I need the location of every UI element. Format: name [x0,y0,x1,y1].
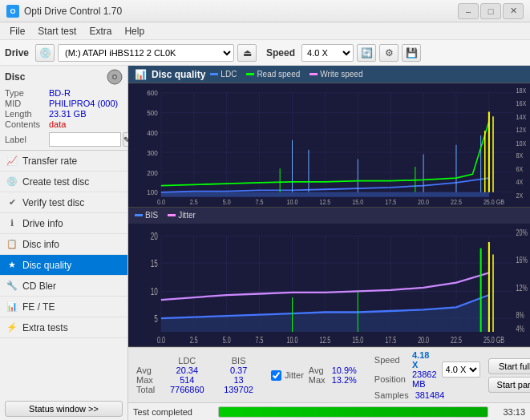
progress-bar-container [218,406,488,418]
top-chart-svg: 600 500 400 300 200 100 18X 16X 14X 12X … [128,83,530,207]
nav-extra-tests[interactable]: ⚡ Extra tests [0,317,127,338]
nav-cd-bler[interactable]: 🔧 CD Bler [0,276,127,297]
chart-icon: 📊 [135,69,147,80]
svg-text:0.0: 0.0 [157,199,165,207]
nav-disc-quality[interactable]: ★ Disc quality [0,255,127,276]
svg-text:500: 500 [147,109,158,118]
nav-create-test-disc[interactable]: 💿 Create test disc [0,172,127,192]
nav-drive-info[interactable]: ℹ Drive info [0,213,127,234]
contents-key: Contents [5,119,49,129]
bis-legend-label: BIS [145,211,158,220]
svg-text:200: 200 [147,168,158,177]
jitter-checkbox[interactable] [271,370,281,381]
svg-text:12X: 12X [516,127,527,135]
svg-text:5: 5 [154,313,158,324]
status-window-button[interactable]: Status window >> [5,401,123,417]
svg-text:0.0: 0.0 [157,335,165,345]
speed-label: Speed [266,47,295,59]
avg-label: Avg [135,365,160,375]
top-chart: 600 500 400 300 200 100 18X 16X 14X 12X … [128,83,530,208]
start-part-button[interactable]: Start part [488,377,530,393]
contents-value: data [49,119,66,129]
menu-start-test[interactable]: Start test [31,24,83,38]
svg-text:4X: 4X [516,179,524,187]
charts-area: 600 500 400 300 200 100 18X 16X 14X 12X … [128,83,530,347]
svg-text:17.5: 17.5 [385,199,396,207]
svg-text:6X: 6X [516,165,524,173]
close-button[interactable]: ✕ [503,3,524,19]
eject-button[interactable]: ⏏ [237,44,257,62]
position-label: Position [371,370,409,389]
bis-legend-dot [135,214,143,216]
svg-text:7.5: 7.5 [256,199,264,207]
stats-panel: LDC BIS Avg 20.34 0.37 Max 514 [128,347,530,402]
svg-text:12.5: 12.5 [319,335,330,345]
bis-header: BIS [214,356,263,365]
type-value: BD-R [49,88,71,98]
bis-legend-bar: BIS Jitter [128,208,530,224]
maximize-button[interactable]: □ [480,3,501,19]
write-legend-label: Write speed [320,70,362,79]
avg-bis: 0.37 [214,365,263,375]
label-input[interactable] [49,132,121,147]
minimize-button[interactable]: – [458,3,479,19]
label-key: Label [5,135,49,144]
svg-text:22.5: 22.5 [451,199,462,207]
bottom-chart-svg: 20 15 10 5 20% 16% 12% 8% 4% [128,224,530,347]
speed-selector[interactable]: 4.0 X 1.0 X 2.0 X 8.0 X [301,44,354,62]
drive-selector[interactable]: (M:) ATAPI iHBS112 2 CL0K [58,44,234,62]
nav-verify-test-disc[interactable]: ✔ Verify test disc [0,192,127,213]
svg-text:4%: 4% [516,324,524,333]
speed-selector-stats[interactable]: 4.0 X 8.0 X Max [442,361,480,378]
app-title: Opti Drive Control 1.70 [24,6,122,17]
jitter-section: Jitter [271,370,304,381]
jitter-label: Jitter [285,370,304,380]
svg-text:12%: 12% [516,284,528,293]
svg-text:16%: 16% [516,255,528,265]
menu-help[interactable]: Help [118,24,151,38]
speed-key-label: Speed [371,350,409,370]
svg-text:10.0: 10.0 [287,199,298,207]
nav-fe-te[interactable]: 📊 FE / TE [0,297,127,317]
chart-title: Disc quality [152,69,205,80]
settings-button[interactable]: ⚙ [379,44,399,62]
start-full-button[interactable]: Start full [488,358,530,374]
right-panel: 📊 Disc quality LDC Read speed Write spee… [128,66,530,420]
svg-text:20: 20 [151,231,158,241]
bottom-chart: 20 15 10 5 20% 16% 12% 8% 4% [128,224,530,348]
avg-ldc: 20.34 [160,365,214,375]
svg-text:17.5: 17.5 [385,335,396,345]
menu-extra[interactable]: Extra [83,24,118,38]
chart-legend-top: LDC Read speed Write speed [210,70,362,79]
menu-bar: File Start test Extra Help [0,22,530,40]
progress-bar-fill [219,407,488,417]
position-value: 23862 MB [409,370,440,389]
svg-text:2.5: 2.5 [190,199,198,207]
jitter-max-val: 13.2% [327,375,362,385]
refresh-button[interactable]: 🔄 [357,44,376,62]
ldc-header: LDC [160,356,214,365]
jitter-legend-label: Jitter [178,211,196,220]
jitter-avg-val: 10.9% [327,365,362,375]
svg-text:18X: 18X [516,87,527,95]
svg-text:5.0: 5.0 [223,335,231,345]
svg-text:15: 15 [151,258,158,269]
total-label: Total [135,385,160,394]
svg-text:10: 10 [151,286,158,297]
speed-display-val: 4.18 X [409,350,440,370]
nav-transfer-rate[interactable]: 📈 Transfer rate [0,151,127,172]
nav-disc-info[interactable]: 📋 Disc info [0,234,127,255]
svg-text:8X: 8X [516,152,524,160]
svg-text:10X: 10X [516,139,527,147]
menu-file[interactable]: File [3,24,31,38]
ldc-legend-label: LDC [220,70,237,79]
svg-text:600: 600 [147,89,158,98]
disc-section-title: Disc [5,71,25,83]
jitter-max-label: Max [307,375,327,385]
save-button[interactable]: 💾 [402,44,421,62]
svg-text:20.0: 20.0 [418,335,429,345]
drive-icon: 💿 [35,44,55,62]
svg-text:7.5: 7.5 [256,335,264,345]
svg-text:400: 400 [147,128,158,137]
svg-text:20%: 20% [516,228,528,237]
